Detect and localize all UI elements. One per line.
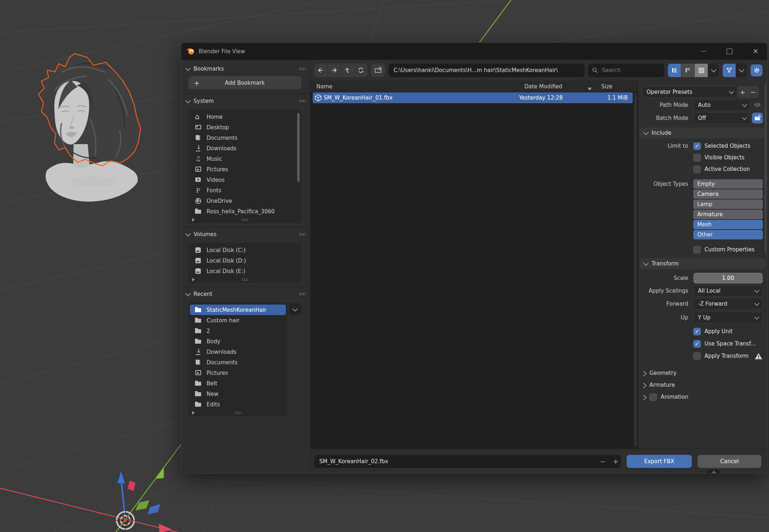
add-bookmark-button[interactable]: + Add Bookmark: [188, 76, 301, 89]
increment-button[interactable]: +: [613, 457, 619, 465]
sidebar-item[interactable]: Local Disk (C:): [190, 245, 300, 255]
remove-preset-button[interactable]: −: [748, 86, 758, 98]
limit-option-row[interactable]: ✓ Visible Objects: [693, 152, 763, 163]
filter-options-dropdown[interactable]: [736, 64, 747, 77]
grip-dots-icon[interactable]: [242, 218, 248, 221]
scale-slider[interactable]: 1.00: [693, 273, 763, 284]
system-scrollbar[interactable]: [297, 113, 300, 182]
batch-folder-button[interactable]: [752, 113, 763, 123]
object-type-button[interactable]: Other: [693, 230, 763, 239]
object-type-button[interactable]: Camera: [693, 189, 763, 199]
object-type-button[interactable]: Mesh: [693, 220, 763, 229]
sidebar-item[interactable]: Edits: [190, 399, 286, 410]
panel-scrollbar[interactable]: [765, 83, 766, 253]
include-section-header[interactable]: Include: [640, 127, 766, 138]
checkbox[interactable]: ✓: [649, 393, 657, 401]
apply-scalings-dropdown[interactable]: All Local: [693, 285, 763, 297]
sidebar-item[interactable]: Videos: [190, 175, 300, 185]
checkbox[interactable]: ✓: [693, 142, 701, 150]
vertical-list-display-button[interactable]: [668, 64, 681, 77]
resize-triangle-icon[interactable]: [192, 278, 195, 281]
filter-button[interactable]: [723, 64, 736, 77]
sidebar-item[interactable]: New: [190, 389, 286, 399]
recent-options-button[interactable]: [289, 303, 301, 315]
search-box[interactable]: [588, 64, 664, 77]
limit-option-row[interactable]: ✓ Selected Objects: [693, 141, 763, 151]
sidebar-item[interactable]: Desktop: [190, 122, 300, 133]
export-fbx-button[interactable]: Export FBX: [627, 455, 692, 468]
settings-button[interactable]: [751, 64, 762, 76]
cancel-button[interactable]: Cancel: [698, 455, 761, 468]
collapse-footer-handle[interactable]: [707, 470, 720, 474]
back-button[interactable]: [314, 64, 328, 77]
up-directory-button[interactable]: [341, 64, 354, 77]
sidebar-item[interactable]: Documents: [190, 133, 300, 143]
sidebar-item[interactable]: StaticMeshKoreanHair: [190, 305, 286, 315]
sidebar-item[interactable]: Local Disk (D:): [190, 255, 300, 266]
collapsed-section-header[interactable]: Geometry: [640, 368, 767, 378]
transform-check-row[interactable]: ✓ Use Space Transf...: [693, 339, 763, 349]
checkbox[interactable]: ✓: [693, 246, 701, 254]
filename-input[interactable]: [314, 455, 621, 468]
checkbox[interactable]: ✓: [693, 352, 701, 360]
forward-button[interactable]: [328, 64, 341, 77]
transform-check-row[interactable]: ✓ Apply Unit: [693, 326, 763, 336]
recent-section-header[interactable]: Recent: [184, 289, 301, 299]
column-name[interactable]: Name: [311, 83, 524, 90]
object-type-button[interactable]: Lamp: [693, 200, 763, 209]
decrement-button[interactable]: −: [600, 457, 606, 465]
forward-dropdown[interactable]: -Z Forward: [693, 298, 763, 310]
collapsed-section-header[interactable]: ✓ Animation: [640, 391, 767, 402]
file-row[interactable]: SM_W_KoreanHair_01.fbx Yesterday 12:28 1…: [313, 92, 633, 103]
resize-triangle-icon[interactable]: [192, 218, 195, 222]
checkbox[interactable]: ✓: [693, 328, 701, 335]
display-mode-dropdown[interactable]: [708, 64, 719, 77]
column-size[interactable]: Size: [597, 83, 637, 90]
sidebar-item[interactable]: Pictures: [190, 368, 286, 378]
sidebar-item[interactable]: Ross_helix_Pacifica_3060: [190, 206, 300, 217]
sidebar-item[interactable]: 2: [190, 326, 286, 336]
resize-triangle-icon[interactable]: [192, 411, 195, 415]
copy-path-icon[interactable]: [752, 102, 763, 108]
checkbox[interactable]: ✓: [693, 166, 701, 173]
up-dropdown[interactable]: Y Up: [693, 312, 763, 323]
sidebar-item[interactable]: OneDrive: [190, 196, 300, 206]
system-section-header[interactable]: System: [184, 96, 301, 106]
bookmarks-section-header[interactable]: Bookmarks: [184, 63, 301, 74]
column-date-modified[interactable]: Date Modified: [524, 83, 597, 90]
collapsed-section-header[interactable]: Armature: [640, 380, 767, 390]
transform-section-header[interactable]: Transform: [640, 258, 766, 269]
sidebar-item[interactable]: Pictures: [190, 164, 300, 175]
limit-option-row[interactable]: ✓ Active Collection: [693, 164, 763, 174]
sidebar-item[interactable]: Custom hair: [190, 315, 286, 326]
title-bar[interactable]: Blender File View ✕: [181, 43, 767, 60]
object-type-button[interactable]: Empty: [693, 179, 763, 189]
path-mode-dropdown[interactable]: Auto: [693, 99, 751, 111]
checkbox[interactable]: ✓: [693, 154, 701, 162]
sidebar-item[interactable]: Fonts: [190, 185, 300, 196]
sidebar-item[interactable]: Downloads: [190, 143, 300, 154]
volumes-section-header[interactable]: Volumes: [184, 229, 301, 240]
thumbnail-display-button[interactable]: [695, 64, 708, 77]
sidebar-item[interactable]: Music: [190, 154, 300, 164]
checkbox[interactable]: ✓: [693, 340, 701, 348]
object-type-button[interactable]: Armature: [693, 210, 763, 219]
sidebar-item[interactable]: Documents: [190, 357, 286, 368]
batch-mode-dropdown[interactable]: Off: [693, 112, 751, 124]
search-input[interactable]: [601, 67, 653, 74]
sidebar-item[interactable]: Belt: [190, 378, 286, 389]
path-field[interactable]: [388, 64, 585, 77]
sidebar-item[interactable]: Downloads: [190, 347, 286, 357]
file-list-scrollbar[interactable]: [634, 93, 637, 447]
minimize-button[interactable]: [695, 45, 711, 58]
operator-presets-dropdown[interactable]: Operator Presets: [642, 86, 737, 98]
maximize-button[interactable]: [722, 45, 737, 58]
close-button[interactable]: ✕: [748, 45, 764, 58]
grip-dots-icon[interactable]: [235, 411, 241, 414]
refresh-button[interactable]: [354, 64, 367, 77]
add-preset-button[interactable]: +: [737, 86, 748, 98]
sidebar-item[interactable]: Home: [190, 112, 300, 122]
horizontal-list-display-button[interactable]: [681, 64, 695, 77]
custom-properties-row[interactable]: ✓ Custom Properties: [693, 244, 763, 255]
transform-check-row[interactable]: ✓ Apply Transform: [693, 351, 763, 361]
